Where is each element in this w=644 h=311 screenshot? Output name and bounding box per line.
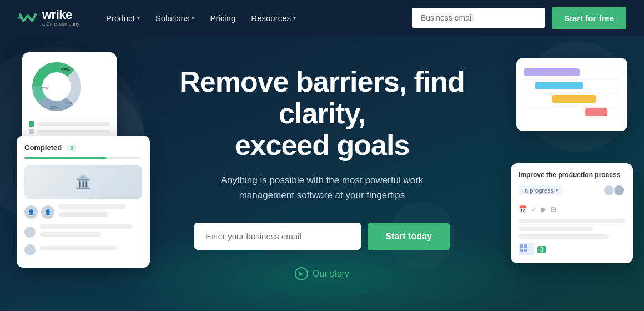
task-row [24,224,142,240]
tasks-header: Completed 3 [24,143,142,152]
hero-content: Remove barriers, find clarity, exceed go… [167,66,477,280]
grid-icon: ⊞ [551,205,556,213]
task-avatars: 👤 👤 [24,204,142,220]
start-today-button[interactable]: Start today [368,223,450,250]
wrike-logo-icon [18,10,38,26]
task-progress-fill [24,157,107,159]
chevron-down-icon: ▾ [192,15,194,21]
avatar [24,244,36,255]
tasks-card: Completed 3 🏛️ 👤 👤 [17,136,150,268]
svg-rect-17 [520,244,523,248]
hero-email-input[interactable] [194,223,361,250]
gantt-chart [524,66,620,121]
nav-email-input[interactable] [412,8,545,28]
process-card: Improve the production process In progre… [511,163,633,263]
process-avatars [603,184,625,197]
svg-rect-20 [524,249,527,252]
process-bottom: 3 [519,243,625,255]
nav-product[interactable]: Product ▾ [99,9,147,27]
process-count-badge: 3 [537,246,546,253]
nav-resources[interactable]: Resources ▾ [244,9,303,27]
avatar: 👤 [24,205,38,219]
our-story-link[interactable]: ▶ Our story [167,267,477,280]
svg-rect-14 [535,82,583,89]
avatar [24,227,36,238]
task-row [24,244,142,255]
svg-rect-18 [524,244,527,248]
hero-section: 38% 25% 12% 25% Completed 3 [0,36,644,311]
logo-name: wrike [42,9,79,21]
svg-rect-19 [520,249,523,252]
play-icon: ▶ [541,205,546,213]
process-icons: 📅 ✓ ▶ ⊞ [519,205,625,213]
play-icon: ▶ [295,267,308,280]
navbar: wrike a Citrix company Product ▾ Solutio… [0,0,644,36]
logo[interactable]: wrike a Citrix company [18,9,79,27]
nav-right: Start for free [412,7,626,29]
logo-sub: a Citrix company [42,21,79,27]
calendar-icon: 📅 [519,205,527,213]
svg-rect-15 [552,95,596,103]
process-title: Improve the production process [519,171,625,179]
gantt-card [516,58,627,131]
svg-text:25%: 25% [50,106,58,109]
svg-text:38%: 38% [61,67,70,72]
start-free-button[interactable]: Start for free [552,7,626,29]
svg-rect-13 [524,68,580,76]
donut-chart: 38% 25% 12% 25% [29,59,84,114]
chevron-down-icon: ▾ [556,188,559,193]
task-image: 🏛️ [24,165,142,199]
chevron-down-icon: ▾ [293,15,296,21]
process-bottom-icon [519,243,534,255]
task-progress-bar [24,157,142,159]
svg-text:12%: 12% [64,101,72,105]
svg-text:25%: 25% [40,86,48,90]
nav-solutions[interactable]: Solutions ▾ [149,9,202,27]
chart-card: 38% 25% 12% 25% [22,52,117,149]
process-status: In progress ▾ [519,185,563,195]
hero-title: Remove barriers, find clarity, exceed go… [167,66,477,162]
nav-links: Product ▾ Solutions ▾ Pricing Resources … [99,9,412,27]
svg-rect-16 [585,108,607,116]
chevron-down-icon: ▾ [137,15,140,21]
avatar: 👤 [41,205,54,219]
check-icon: ✓ [531,205,537,213]
hero-cta: Start today [167,223,477,250]
nav-pricing[interactable]: Pricing [203,9,242,27]
hero-subtitle: Anything is possible with the most power… [205,173,439,203]
